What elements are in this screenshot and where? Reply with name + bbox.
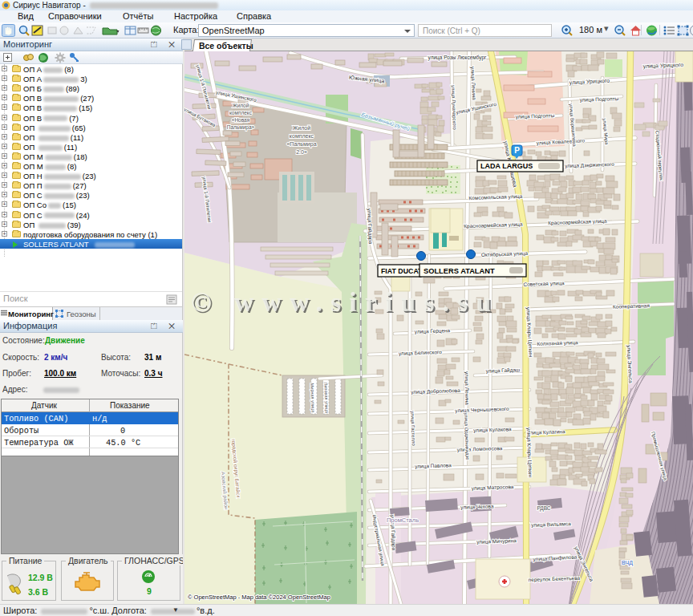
svg-text:© OpenStreetMap - Map data ©20: © OpenStreetMap - Map data ©2024 OpenStr…	[188, 594, 330, 601]
svg-text:SOLLERS ATALANT: SOLLERS ATALANT	[424, 267, 495, 275]
svg-text:FIAT DUCAT: FIAT DUCAT	[381, 267, 423, 275]
svg-text:РДВС: РДВС	[537, 505, 550, 512]
svg-text:© www.sirius.su: © www.sirius.su	[191, 287, 499, 317]
svg-text:ВЧД: ВЧД	[622, 560, 633, 566]
svg-text:Жилой: Жилой	[293, 125, 310, 131]
svg-text:Жилой: Жилой	[233, 103, 249, 108]
svg-text:«Пальмира: «Пальмира	[286, 141, 316, 148]
svg-text:2.0»: 2.0»	[296, 149, 307, 155]
svg-text:P: P	[514, 146, 520, 155]
svg-text:«Новая: «Новая	[232, 117, 250, 123]
svg-text:комплекс: комплекс	[290, 133, 314, 139]
svg-text:LADA LARGUS: LADA LARGUS	[480, 162, 533, 170]
svg-text:улица Розы Люксембург: улица Розы Люксембург	[428, 55, 487, 61]
svg-text:Пальмира»: Пальмира»	[227, 124, 255, 131]
svg-text:ПромСталь: ПромСталь	[387, 517, 419, 524]
svg-text:комплекс: комплекс	[229, 110, 253, 116]
